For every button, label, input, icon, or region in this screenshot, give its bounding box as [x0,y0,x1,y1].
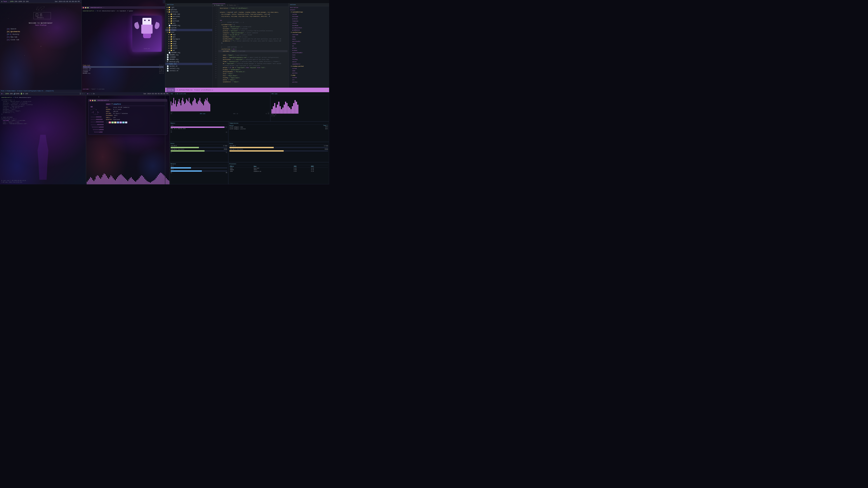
proc-th-name: Name [253,166,293,167]
op-theme[interactable]: theme [289,42,329,45]
ft-themes[interactable]: ▶ 📁 themes [165,29,212,31]
fw-max[interactable] [94,100,96,101]
ft-git[interactable]: ▶ 📁 .git [165,6,212,8]
op-patches2[interactable]: patches [289,72,329,74]
op-pkgs[interactable]: ▼ pkgs [289,74,329,76]
op-dotfilesdir[interactable]: dotfilesDir [289,40,329,42]
op-name2[interactable]: name [289,70,329,72]
op-locale[interactable]: locale [289,22,329,24]
temp-row-1: card0 (amdgpu): edge 49°C card0 (amdgpu)… [229,127,328,130]
op-outputs[interactable]: outputs [289,8,329,11]
ft-license[interactable]: 📄 LICENSE [165,56,212,58]
ft-wm[interactable]: ▶ 📁 wm [165,49,212,52]
code-tab-flake2[interactable]: ❄ flake.nix [225,4,238,6]
ft-readme-profiles[interactable]: 📄 README.org [165,24,212,27]
ft-system[interactable]: ▶ 📁 system [165,27,212,29]
waveform-bar [129,180,129,184]
op-hostname[interactable]: hostname [289,15,329,18]
win-max-btn[interactable] [87,7,89,8]
ft-work[interactable]: ▶ 📁 work [165,18,212,20]
qute-menu-newtab[interactable]: [t] New tab [7,36,74,38]
qute-menu-closetab[interactable]: [x] Close tab [7,38,74,41]
ft-flake-nix[interactable]: ❄ flake.nix [165,63,212,65]
ft-readme-user[interactable]: 📄 README.org [165,52,212,54]
ft-patches[interactable]: ▶ 📁 patches [165,8,212,11]
ft-wsl[interactable]: ▶ 📁 wsl [165,22,212,24]
ft-user[interactable]: ▼ 📁 user [165,31,212,33]
op-system[interactable]: system [289,13,329,15]
op-profile[interactable]: profile [289,18,329,20]
cpu-like-stats: AVG: 13 0: 8% [272,114,328,117]
waveform-bar [123,176,124,184]
waveform-bar [103,175,103,184]
fetch-userhost: emmet @ snowfire [106,103,165,105]
op-user-settings[interactable]: ▼ userSettings [289,31,329,33]
proc-row-1: 2520 Hyprland 0.35 0.4% [229,167,328,169]
op-name[interactable]: name [289,36,329,38]
ft-style[interactable]: ▶ 📁 style [165,47,212,49]
op-sys2[interactable]: system [289,67,329,70]
op-patches3[interactable]: patches [289,81,329,83]
op-description[interactable]: description [289,6,329,8]
op-sys3[interactable]: system [289,76,329,78]
op-font[interactable]: font [289,56,329,58]
win-min-btn[interactable] [85,7,86,8]
ft-profiles[interactable]: ▼ 📁 profiles [165,11,212,13]
op-bootmode[interactable]: bootMode [289,24,329,27]
op-src[interactable]: src [289,78,329,81]
ft-hardware[interactable]: ▶ 📁 hardware [165,38,212,40]
fw-min[interactable] [92,100,93,101]
ft-pkgs[interactable]: ▶ 📁 pkgs [165,42,212,45]
cpu-bar [189,98,189,111]
qute-menu-quickmarks[interactable]: [b] Quickmarks [7,30,74,33]
ft-desktop-png[interactable]: 🖼 desktop.png [165,61,212,63]
op-editor[interactable]: editor [289,61,329,63]
bl-terminal: ⊞ | 100% 20% 🔊100% 🔋28 108 ╳ □ — emmet@s… [0,92,86,184]
code-content: description = "Flake of LibrePhoenix"; o… [217,7,288,88]
ft-lang[interactable]: ▶ 📁 lang [165,40,212,42]
op-term[interactable]: term [289,54,329,56]
qute-menu-search[interactable]: [o] Search [7,28,74,30]
waveform-area [86,148,169,184]
op-browser[interactable]: browser [289,49,329,52]
op-grubdevice[interactable]: grubDevice [289,29,329,31]
ft-readme3[interactable]: 📄 README.org [165,58,212,61]
cpu-bar [182,98,183,111]
code-tab-flake[interactable]: ❄ flake.nix [213,4,225,6]
ft-gui[interactable]: ▶ 📁 gui [165,36,212,38]
op-nixpkgs-patched[interactable]: ▼ nixpkgs-patched [289,65,329,67]
ft-app[interactable]: ▶ 📁 app [165,33,212,36]
qute-menu-history[interactable]: [$ h] History [7,33,74,36]
op-wmtype[interactable]: wmType [289,47,329,49]
win-close-btn[interactable] [83,7,84,8]
ft-readme-main[interactable]: 📄 README.org [165,54,212,56]
ft-worklab[interactable]: ▶ 📁 worklab [165,20,212,22]
waveform-bars [86,148,169,184]
ft-home-lab[interactable]: ▶ 📁 home.lab [165,13,212,15]
mem-stats: RAM: 95 5.7618/02.2018 [170,128,227,129]
disk-items: /dev/dm-0 3.7GiB /dev/dm-0 /nix/store 35… [170,145,227,152]
ft-personal[interactable]: ▶ 📁 personal [165,15,212,18]
op-wm[interactable]: wm [289,45,329,47]
op-email[interactable]: email [289,38,329,40]
ft-harden-sh[interactable]: 📄 harden.sh [165,65,212,67]
op-timezone[interactable]: timezone [289,20,329,22]
op-username[interactable]: username [289,33,329,36]
mem-label: 100% [170,125,227,126]
fetch-info: emmet @ snowfire OS: nixos 24.05 (uakari… [106,103,165,133]
ft-install-org[interactable]: 📄 install.org [165,67,212,70]
waveform-bar [155,180,155,184]
cpu-bar [191,104,191,111]
waveform-bar [127,181,128,184]
fw-close[interactable] [90,100,91,101]
tc-title: emmet@snowfire: ~ [90,7,104,8]
ft-install-sh[interactable]: 📄 install.sh [165,70,212,72]
sb-file: ❄ .dotfiles/flake.nix [177,89,192,91]
op-system-settings[interactable]: ▼ systemSettings [289,11,329,13]
op-defaultroamdir[interactable]: defaultRoamDir [289,52,329,54]
op-fontpkg[interactable]: fontPkg [289,58,329,61]
ft-shell[interactable]: ▶ 📁 shell [165,45,212,47]
op-bootmountpath[interactable]: bootMountPath [289,27,329,29]
waveform-bar [88,180,89,184]
op-spawneditor[interactable]: spawnEditor [289,63,329,65]
